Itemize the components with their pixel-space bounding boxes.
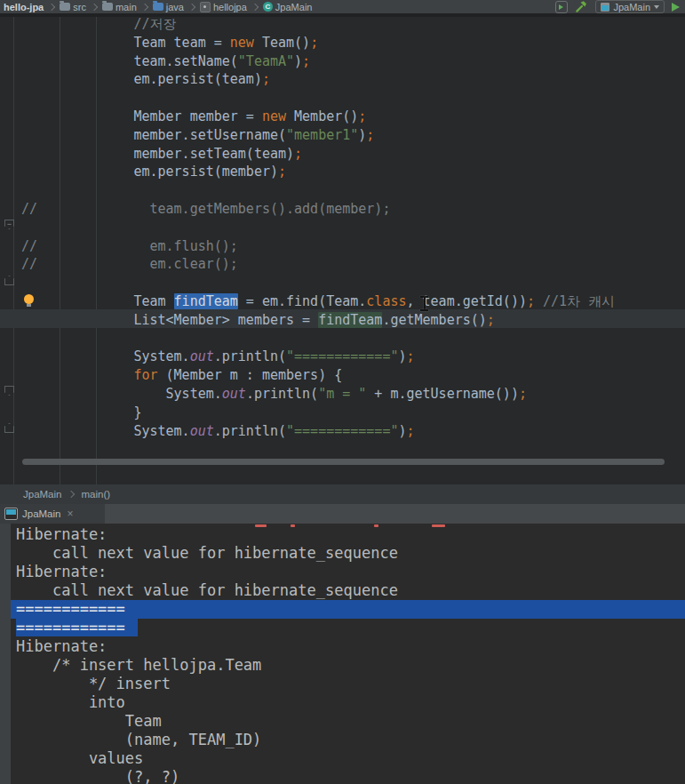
chevron-right-icon [251, 3, 259, 10]
run-configuration-select[interactable]: JpaMain [595, 0, 665, 13]
code-line: // em.flush(); [21, 237, 615, 256]
console-line: ============ [11, 600, 685, 619]
close-icon[interactable]: × [67, 508, 73, 520]
console-line: /* insert hellojpa.Team [11, 656, 685, 675]
code-line: } [21, 404, 615, 422]
horizontal-scrollbar[interactable] [22, 459, 665, 465]
code-line: team.setName("TeamA"); [21, 52, 615, 71]
code-line: System.out.println("============"); [21, 422, 615, 441]
chevron-right-icon [141, 3, 148, 10]
code-line [21, 274, 615, 292]
java-folder-icon [153, 3, 163, 11]
console-line: (name, TEAM_ID) [11, 731, 685, 749]
console-line: call next value for hibernate_sequence [11, 581, 685, 600]
code-line [21, 219, 615, 237]
code-line: // team.getMembers().add(member); [21, 200, 615, 219]
build-hammer-icon[interactable] [575, 0, 588, 13]
console-lines: Hibernate: call next value for hibernate… [11, 525, 685, 784]
breadcrumb-bar: hello-jpa src main java hellojpa C JpaMa… [0, 0, 685, 13]
console-tab[interactable]: JpaMain × [0, 504, 105, 524]
code-line: for (Member m : members) { [21, 366, 615, 385]
breadcrumb-java[interactable]: java [151, 2, 186, 12]
code-line: em.persist(team); [21, 70, 615, 89]
breadcrumb-main[interactable]: main [100, 2, 139, 12]
run-anything-icon[interactable] [555, 1, 568, 13]
run-console[interactable]: Hibernate: call next value for hibernate… [0, 524, 685, 784]
code-line [21, 330, 615, 348]
console-gutter [0, 524, 11, 784]
folder-icon [102, 3, 113, 11]
code-line: em.persist(member); [21, 163, 615, 181]
console-line: (?, ?) [11, 768, 685, 784]
code-line [21, 181, 615, 200]
console-line: Hibernate: [11, 637, 685, 656]
run-breadcrumb-class[interactable]: JpaMain [20, 489, 65, 500]
code-line: Team findTeam = em.find(Team.class, team… [21, 292, 615, 311]
package-icon [200, 2, 211, 12]
ide-window: hello-jpa src main java hellojpa C JpaMa… [0, 0, 685, 784]
breadcrumb-class[interactable]: C JpaMain [261, 2, 315, 12]
console-line: values [11, 749, 685, 768]
console-line: Hibernate: [11, 525, 685, 544]
chevron-down-icon [654, 5, 659, 9]
mouse-ibeam-cursor [420, 296, 428, 311]
console-line: call next value for hibernate_sequence [11, 544, 685, 563]
chevron-right-icon [48, 3, 55, 10]
chevron-right-icon [68, 491, 75, 498]
code-line: member.setTeam(team); [21, 145, 615, 164]
run-button[interactable] [672, 3, 680, 12]
console-line: ============ [11, 619, 685, 637]
code-line: System.out.println("m = " + m.getUsernam… [21, 385, 615, 404]
code-line: //저장 [21, 17, 615, 34]
folder-icon [60, 3, 70, 11]
code-line: // em.clear(); [21, 255, 615, 274]
console-line: */ insert [11, 675, 685, 693]
code-line: Member member = new Member(); [21, 108, 615, 126]
run-breadcrumb-bar: JpaMain main() [0, 484, 685, 504]
code-line: List<Member> members = findTeam.getMembe… [21, 311, 615, 330]
gutter-fold-line [13, 17, 14, 484]
breadcrumb-src[interactable]: src [58, 2, 88, 12]
run-config-app-icon [601, 3, 609, 12]
chevron-right-icon [91, 3, 98, 10]
breadcrumb-project[interactable]: hello-jpa [2, 2, 45, 12]
breadcrumb-package[interactable]: hellojpa [198, 2, 249, 12]
code-line: Team team = new Team(); [21, 34, 615, 52]
chevron-right-icon [188, 3, 195, 10]
run-breadcrumb-method[interactable]: main() [77, 489, 114, 500]
console-line: Team [11, 712, 685, 731]
console-line: Hibernate: [11, 563, 685, 581]
console-tab-bar: JpaMain × [0, 504, 685, 524]
code-lines: //저장 Team team = new Team(); team.setNam… [21, 17, 615, 440]
console-icon [4, 508, 18, 520]
code-line: member.setUsername("member1"); [21, 126, 615, 145]
code-editor[interactable]: //저장 Team team = new Team(); team.setNam… [0, 17, 685, 484]
class-icon: C [263, 2, 273, 12]
intention-bulb-icon[interactable] [24, 294, 34, 304]
console-line: into [11, 693, 685, 712]
code-line: System.out.println("============"); [21, 348, 615, 366]
code-line [21, 89, 615, 108]
